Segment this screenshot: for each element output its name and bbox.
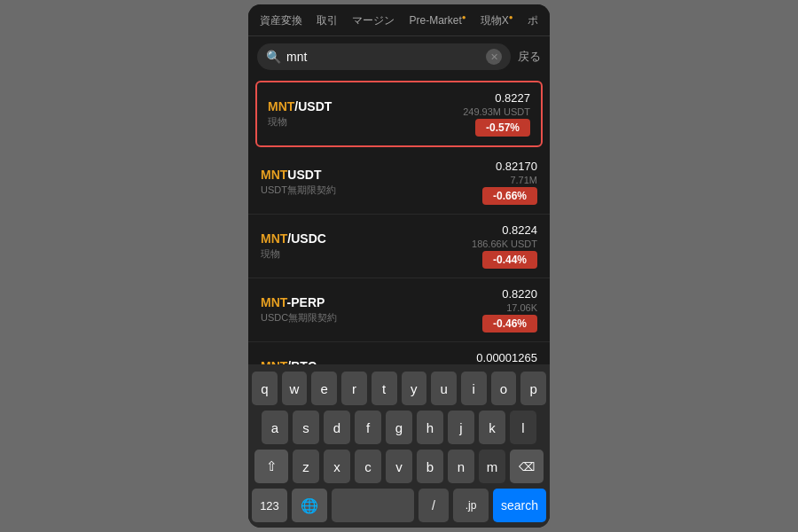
- result-left-3: MNT/USDC 現物: [261, 231, 326, 261]
- result-item-2[interactable]: MNTUSDT USDT無期限契約 0.82170 7.71M -0.66%: [248, 151, 550, 215]
- result-type-4: USDC無期限契約: [261, 311, 337, 325]
- result-right-5: 0.00001265 0.561 USDT +0.72%: [476, 351, 537, 364]
- key-w[interactable]: w: [282, 372, 308, 405]
- key-n[interactable]: n: [448, 450, 474, 483]
- phone-container: 資産変換 取引 マージン Pre-Market● 現物X● ポ 🔍 ✕ 戻る M…: [248, 4, 550, 528]
- result-left-1: MNT/USDT 現物: [268, 99, 332, 129]
- keyboard-row-2: a s d f g h j k l: [252, 411, 546, 444]
- result-pair-4: MNT-PERP: [261, 295, 337, 309]
- back-button[interactable]: 戻る: [518, 49, 541, 65]
- pair-highlight-3: MNT: [261, 231, 287, 246]
- key-x[interactable]: x: [324, 450, 350, 483]
- key-z[interactable]: z: [293, 450, 319, 483]
- key-l[interactable]: l: [510, 411, 536, 444]
- tab-margin[interactable]: マージン: [348, 12, 398, 30]
- result-change-2: -0.66%: [482, 187, 537, 205]
- result-item-3[interactable]: MNT/USDC 現物 0.8224 186.66K USDT -0.44%: [248, 215, 550, 278]
- key-jp[interactable]: .jp: [453, 489, 489, 522]
- key-j[interactable]: j: [448, 411, 474, 444]
- key-o[interactable]: o: [491, 372, 517, 405]
- key-t[interactable]: t: [372, 372, 397, 405]
- key-k[interactable]: k: [479, 411, 505, 444]
- search-input-wrap[interactable]: 🔍 ✕: [257, 43, 511, 70]
- premarket-dot: ●: [462, 13, 466, 21]
- key-shift[interactable]: ⇧: [254, 450, 288, 483]
- key-i[interactable]: i: [461, 372, 487, 405]
- pair-normal-1: /USDT: [294, 99, 332, 113]
- result-pair-3: MNT/USDC: [261, 231, 326, 246]
- search-button[interactable]: search: [493, 489, 546, 522]
- results-list: MNT/USDT 現物 0.8227 249.93M USDT -0.57% M…: [248, 77, 550, 364]
- spotx-dot: ●: [509, 13, 513, 21]
- result-type-3: 現物: [261, 247, 326, 261]
- result-price-1: 0.8227: [495, 91, 530, 105]
- result-price-5: 0.00001265: [476, 351, 537, 364]
- pair-highlight-4: MNT: [261, 295, 287, 309]
- tab-spot-x[interactable]: 現物X●: [477, 12, 517, 30]
- key-s[interactable]: s: [293, 411, 319, 444]
- key-space[interactable]: [332, 489, 414, 522]
- search-icon: 🔍: [266, 50, 281, 64]
- key-slash[interactable]: /: [419, 489, 449, 522]
- tab-trade[interactable]: 取引: [313, 12, 341, 30]
- key-y[interactable]: y: [402, 372, 427, 405]
- result-volume-4: 17.06K: [506, 302, 537, 313]
- key-delete[interactable]: ⌫: [510, 450, 544, 483]
- result-item-4[interactable]: MNT-PERP USDC無期限契約 0.8220 17.06K -0.46%: [248, 278, 550, 342]
- pair-normal-4: -PERP: [287, 295, 325, 309]
- result-change-4: -0.46%: [482, 315, 537, 332]
- key-r[interactable]: r: [341, 372, 367, 405]
- result-type-2: USDT無期限契約: [261, 184, 336, 197]
- key-h[interactable]: h: [417, 411, 443, 444]
- key-123[interactable]: 123: [252, 489, 287, 522]
- key-b[interactable]: b: [417, 450, 443, 483]
- keyboard: q w e r t y u i o p a s d f g h j k l ⇧ …: [248, 364, 550, 528]
- nav-tabs: 資産変換 取引 マージン Pre-Market● 現物X● ポ: [248, 4, 550, 36]
- keyboard-row-3: ⇧ z x c v b n m ⌫: [252, 450, 546, 483]
- key-a[interactable]: a: [262, 411, 288, 444]
- result-type-1: 現物: [268, 115, 332, 129]
- result-price-4: 0.8220: [502, 287, 537, 301]
- result-pair-1: MNT/USDT: [268, 99, 332, 113]
- tab-portfolio[interactable]: ポ: [524, 12, 542, 30]
- result-price-2: 0.82170: [496, 160, 537, 173]
- key-f[interactable]: f: [355, 411, 381, 444]
- result-right-1: 0.8227 249.93M USDT -0.57%: [463, 91, 530, 137]
- key-p[interactable]: p: [520, 372, 546, 405]
- result-volume-3: 186.66K USDT: [472, 239, 537, 249]
- key-v[interactable]: v: [386, 450, 412, 483]
- result-left-2: MNTUSDT USDT無期限契約: [261, 168, 336, 197]
- key-d[interactable]: d: [324, 411, 350, 444]
- result-right-2: 0.82170 7.71M -0.66%: [482, 160, 537, 205]
- result-left-4: MNT-PERP USDC無期限契約: [261, 295, 337, 325]
- key-u[interactable]: u: [431, 372, 457, 405]
- key-g[interactable]: g: [386, 411, 412, 444]
- key-m[interactable]: m: [479, 450, 505, 483]
- tab-asset-swap[interactable]: 資産変換: [256, 12, 306, 30]
- pair-highlight-2: MNT: [261, 168, 287, 182]
- result-item-1[interactable]: MNT/USDT 現物 0.8227 249.93M USDT -0.57%: [255, 81, 543, 147]
- pair-highlight-1: MNT: [268, 99, 294, 113]
- result-pair-2: MNTUSDT: [261, 168, 336, 182]
- pair-normal-2: USDT: [287, 168, 321, 182]
- key-globe[interactable]: 🌐: [292, 489, 327, 522]
- result-right-3: 0.8224 186.66K USDT -0.44%: [472, 223, 537, 269]
- result-volume-2: 7.71M: [510, 175, 537, 185]
- result-price-3: 0.8224: [502, 223, 537, 237]
- tab-premarket[interactable]: Pre-Market●: [405, 12, 469, 30]
- keyboard-row-1: q w e r t y u i o p: [252, 372, 546, 405]
- key-c[interactable]: c: [355, 450, 381, 483]
- clear-button[interactable]: ✕: [486, 49, 502, 65]
- search-input[interactable]: [286, 50, 481, 64]
- result-change-1: -0.57%: [475, 119, 530, 137]
- result-item-5[interactable]: MNT/BTC 現物 0.00001265 0.561 USDT +0.72%: [248, 342, 550, 364]
- key-q[interactable]: q: [252, 372, 278, 405]
- pair-normal-3: /USDC: [287, 231, 326, 246]
- result-change-3: -0.44%: [482, 251, 537, 269]
- key-e[interactable]: e: [311, 372, 337, 405]
- result-right-4: 0.8220 17.06K -0.46%: [482, 287, 537, 332]
- keyboard-bottom-row: 123 🌐 / .jp search: [252, 489, 546, 522]
- result-volume-1: 249.93M USDT: [463, 106, 530, 117]
- search-bar: 🔍 ✕ 戻る: [248, 36, 550, 77]
